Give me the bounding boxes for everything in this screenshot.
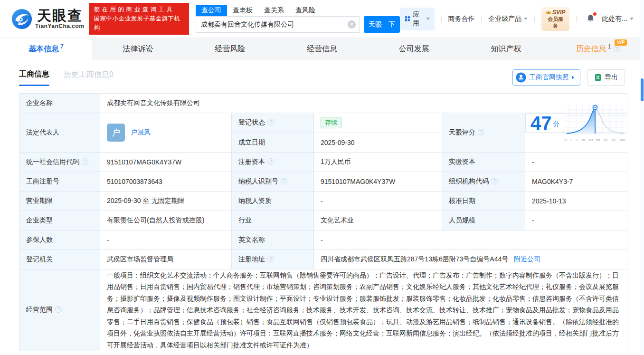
- establish-date-value: 2025-09-30: [314, 133, 442, 152]
- help-icon[interactable]: [281, 178, 287, 184]
- notification-dot: [593, 12, 597, 16]
- approval-date-label: 核准日期: [442, 191, 525, 211]
- legal-rep-cell: 户 户晨风: [100, 113, 232, 153]
- slogan-line1: 都在用的商业查询工具: [94, 5, 184, 14]
- credit-code-value: 91510107MAG0K4Y37W: [100, 152, 232, 172]
- approval-date-value: 2025-10-13: [525, 191, 627, 211]
- staff-size-value: -: [525, 211, 627, 230]
- excel-icon: [594, 74, 602, 81]
- table-row: 经营范围 一般项目：组织文化艺术交流活动；个人商务服务；互联网销售（除销售需要许…: [19, 269, 627, 351]
- industry-value: 文化艺术业: [314, 211, 442, 230]
- paid-capital-label: 实缴资本: [442, 152, 525, 172]
- legal-rep-link[interactable]: 户晨风: [131, 128, 151, 137]
- help-icon[interactable]: [267, 119, 274, 125]
- subbar: 工商信息 历史工商信息0 工商官网快照 导出: [0, 67, 644, 87]
- subtab-history-registration[interactable]: 历史工商信息0: [64, 70, 114, 85]
- tab-history-info[interactable]: VIP 历史信息 1: [552, 38, 644, 60]
- axis-tick: 3: [576, 138, 578, 142]
- tianyancha-logo-icon: [11, 9, 32, 29]
- search-tab-company[interactable]: 查公司: [196, 5, 227, 16]
- grid-icon: [405, 15, 410, 22]
- divider: [534, 16, 535, 22]
- svip-membership-button[interactable]: SVIP 会员服务: [541, 7, 569, 31]
- svip-sublabel: 会员服务: [546, 16, 565, 29]
- help-icon[interactable]: [614, 46, 620, 52]
- english-name-label: 英文名称: [232, 230, 314, 249]
- search-button[interactable]: 天眼一下: [364, 16, 400, 33]
- tab-count: 7: [60, 43, 64, 50]
- vip-badge: VIP: [615, 39, 627, 46]
- company-nav-tabs: 基本信息7 法律诉讼 经营风险 经营信息 公司发展 知识产权 VIP 历史信息 …: [0, 38, 644, 60]
- notifications-button[interactable]: [586, 14, 595, 24]
- crown-icon: [546, 10, 551, 15]
- table-row: 参保人数 - 英文名称 -: [19, 230, 627, 249]
- apps-menu[interactable]: 应用: [400, 8, 435, 30]
- table-row: 法定代表人 户 户晨风 登记状态 存续 天眼评分 47 分: [19, 113, 627, 133]
- business-scope-label: 经营范围: [19, 269, 100, 351]
- account-menu[interactable]: 此处有...: [602, 15, 634, 23]
- chevron-down-icon: [524, 18, 528, 20]
- help-icon[interactable]: [491, 178, 498, 184]
- business-scope-value: 一般项目：组织文化艺术交流活动；个人商务服务；互联网销售（除销售需要许可的商品）…: [100, 269, 627, 351]
- taxpayer-quality-label: 纳税人资质: [232, 191, 314, 211]
- search-tab-boss[interactable]: 查老板: [227, 5, 258, 16]
- help-icon[interactable]: [267, 256, 274, 262]
- tab-business-info[interactable]: 经营信息: [276, 38, 368, 60]
- insured-count-value: -: [100, 230, 232, 249]
- english-name-value: -: [314, 230, 627, 249]
- insured-count-label: 参保人数: [19, 230, 100, 249]
- help-icon[interactable]: [267, 158, 274, 165]
- subtab-business-registration[interactable]: 工商信息: [19, 69, 49, 86]
- enterprise-products-menu[interactable]: 企业级产品: [488, 15, 528, 23]
- score-cell[interactable]: 47 分: [525, 113, 627, 133]
- search-tab-relation[interactable]: 查关系: [258, 5, 290, 16]
- taxpayer-id-label: 纳税人识别号: [232, 172, 314, 191]
- slogan-line2: 国家中小企业发展子基金旗下机构: [94, 14, 184, 32]
- reg-capital-label: 注册资本: [232, 152, 314, 172]
- tab-operating-risk[interactable]: 经营风险: [184, 38, 276, 60]
- table-row: 企业名称 成都卖有回音文化传媒有限公司: [19, 94, 627, 113]
- score-axis: 0131550859799100: [565, 138, 625, 142]
- business-cooperation-link[interactable]: 商务合作: [448, 15, 474, 23]
- reg-no-label: 工商注册号: [19, 172, 100, 191]
- tab-intellectual-property[interactable]: 知识产权: [460, 38, 552, 60]
- help-icon[interactable]: [82, 158, 88, 165]
- search-tab-risk[interactable]: 查风险: [290, 5, 321, 16]
- tab-company-development[interactable]: 公司发展: [368, 38, 460, 60]
- search-block: 查公司 查老板 查关系 查风险 ✕ 天眼一下: [196, 5, 400, 33]
- paid-capital-value: -: [525, 152, 627, 172]
- official-snapshot-button[interactable]: 工商官网快照: [512, 69, 580, 86]
- tab-basic-info[interactable]: 基本信息7: [0, 38, 92, 60]
- axis-tick: 1: [570, 138, 572, 142]
- reg-capital-value: 1万人民币: [314, 152, 442, 172]
- nearby-companies-link[interactable]: 附近公司: [514, 255, 540, 263]
- help-icon[interactable]: [478, 129, 484, 135]
- industry-label: 行业: [232, 211, 314, 230]
- chevron-down-icon: [630, 18, 634, 20]
- tab-legal-litigation[interactable]: 法律诉讼: [92, 38, 184, 60]
- search-input[interactable]: [196, 16, 360, 33]
- org-code-value: MAG0K4Y3-7: [525, 172, 627, 191]
- header: 天眼查 TianYanCha.com 都在用的商业查询工具 国家中小企业发展子基…: [0, 0, 644, 38]
- axis-tick: 97: [604, 138, 608, 142]
- staff-size-label: 人员规模: [442, 211, 525, 230]
- axis-tick: 50: [588, 138, 593, 142]
- status-badge: 存续: [321, 117, 341, 128]
- reg-address-label: 注册地址: [232, 249, 314, 269]
- score-value: 47: [530, 114, 552, 133]
- table-row: 工商注册号 510107003873643 纳税人识别号 91510107MAG…: [19, 172, 627, 191]
- divider: [441, 16, 442, 22]
- axis-tick: 0: [565, 138, 567, 142]
- export-button[interactable]: 导出: [587, 69, 625, 86]
- help-icon[interactable]: [55, 306, 62, 313]
- tianyancha-logo[interactable]: 天眼查 TianYanCha.com: [11, 9, 84, 29]
- avatar[interactable]: 户: [107, 124, 125, 142]
- clear-search-icon[interactable]: ✕: [348, 20, 356, 29]
- seal-icon: [516, 72, 526, 83]
- table-row: 统一社会信用代码 91510107MAG0K4Y37W 注册资本 1万人民币 实…: [19, 152, 627, 172]
- divider: [481, 16, 482, 22]
- scrollbar-thumb[interactable]: [641, 78, 644, 101]
- chevron-down-icon: [426, 18, 430, 20]
- scrollbar[interactable]: [640, 0, 644, 355]
- search-tabs: 查公司 查老板 查关系 查风险: [196, 5, 400, 16]
